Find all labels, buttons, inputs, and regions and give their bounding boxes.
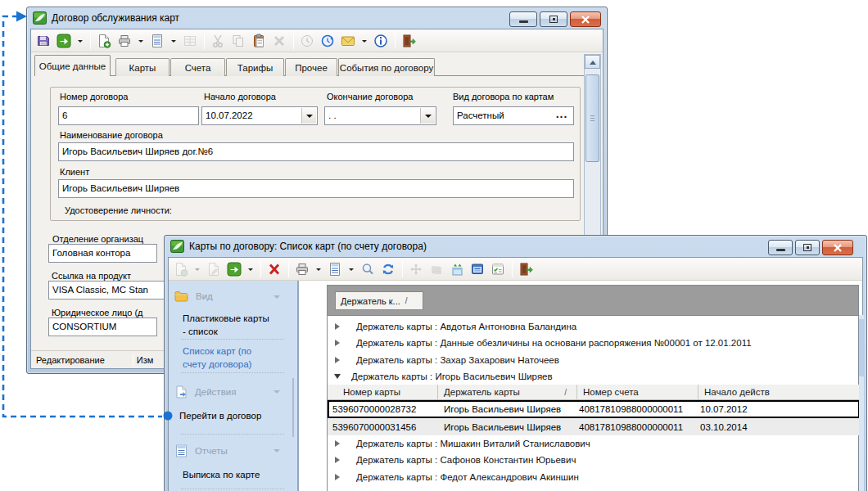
annotation-arrow <box>0 0 868 491</box>
